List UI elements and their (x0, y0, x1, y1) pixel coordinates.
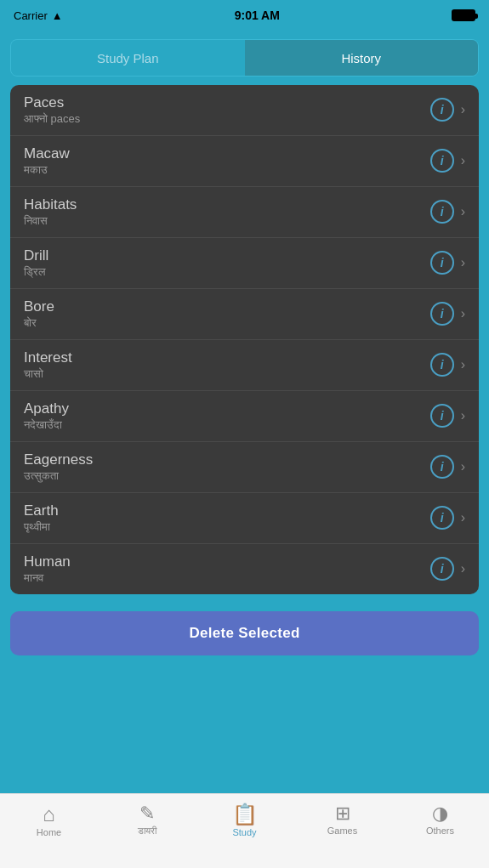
status-bar: Carrier ▲ 9:01 AM (0, 0, 489, 31)
chevron-right-icon: › (461, 561, 465, 576)
chevron-right-icon: › (461, 459, 465, 474)
info-button[interactable]: i (430, 149, 454, 173)
tab-games-label: Games (327, 825, 357, 836)
wifi-icon: ▲ (52, 9, 63, 22)
item-subtitle: निवास (24, 214, 77, 229)
chevron-right-icon: › (461, 153, 465, 168)
item-title: Habitats (24, 196, 77, 214)
item-subtitle: ड्रिल (24, 265, 48, 280)
tab-study[interactable]: 📋 Study (196, 801, 293, 837)
tab-diary-label: डायरी (138, 825, 156, 837)
item-title: Paces (24, 94, 80, 112)
info-button[interactable]: i (430, 506, 454, 530)
item-title: Earth (24, 502, 59, 520)
item-subtitle: मकाउ (24, 163, 70, 178)
info-button[interactable]: i (430, 200, 454, 224)
item-title: Drill (24, 247, 48, 265)
games-icon: ⊞ (335, 804, 350, 823)
chevron-right-icon: › (461, 408, 465, 423)
item-subtitle: मानव (24, 571, 71, 586)
item-subtitle: बोर (24, 316, 54, 331)
home-icon: ⌂ (43, 804, 55, 825)
history-tab[interactable]: History (245, 40, 479, 76)
info-button[interactable]: i (430, 251, 454, 275)
item-title: Macaw (24, 145, 70, 163)
segmented-control[interactable]: Study Plan History (10, 39, 479, 77)
chevron-right-icon: › (461, 204, 465, 219)
info-button[interactable]: i (430, 557, 454, 581)
time-label: 9:01 AM (235, 9, 280, 22)
list-item[interactable]: Human मानव i › (10, 544, 479, 594)
item-title: Bore (24, 298, 54, 316)
tab-others-label: Others (426, 825, 454, 836)
chevron-right-icon: › (461, 357, 465, 372)
battery-indicator (452, 9, 475, 21)
item-title: Eagerness (24, 451, 93, 469)
carrier-label: Carrier ▲ (14, 9, 63, 22)
item-subtitle: नदेखाउँदा (24, 418, 69, 433)
list-item[interactable]: Interest चासो i › (10, 340, 479, 391)
info-button[interactable]: i (430, 302, 454, 326)
item-subtitle: पृथ्वीमा (24, 520, 59, 535)
item-subtitle: चासो (24, 367, 72, 382)
item-subtitle: उत्सुकता (24, 469, 93, 484)
info-button[interactable]: i (430, 455, 454, 479)
item-title: Human (24, 553, 71, 571)
tab-study-label: Study (232, 827, 256, 837)
info-button[interactable]: i (430, 353, 454, 377)
others-icon: ◑ (432, 804, 448, 823)
delete-selected-button[interactable]: Delete Selected (10, 611, 479, 655)
study-plan-tab[interactable]: Study Plan (11, 40, 245, 76)
item-subtitle: आफ्नो paces (24, 112, 80, 127)
info-button[interactable]: i (430, 98, 454, 122)
list-item[interactable]: Apathy नदेखाउँदा i › (10, 391, 479, 442)
chevron-right-icon: › (461, 255, 465, 270)
tab-bar: ⌂ Home ✎ डायरी 📋 Study ⊞ Games ◑ Others (0, 793, 489, 868)
tab-games[interactable]: ⊞ Games (293, 801, 391, 836)
diary-icon: ✎ (139, 804, 155, 823)
info-button[interactable]: i (430, 404, 454, 428)
tab-others[interactable]: ◑ Others (391, 801, 489, 836)
tab-home-label: Home (37, 827, 61, 837)
word-list: Paces आफ्नो paces i › Macaw मकाउ i › Hab… (10, 85, 479, 594)
list-item[interactable]: Eagerness उत्सुकता i › (10, 442, 479, 493)
tab-diary[interactable]: ✎ डायरी (98, 801, 196, 837)
list-item[interactable]: Drill ड्रिल i › (10, 238, 479, 289)
list-item[interactable]: Macaw मकाउ i › (10, 136, 479, 187)
item-title: Apathy (24, 400, 69, 418)
battery-icon (452, 9, 475, 21)
item-title: Interest (24, 349, 72, 367)
list-item[interactable]: Bore बोर i › (10, 289, 479, 340)
chevron-right-icon: › (461, 510, 465, 525)
list-item[interactable]: Paces आफ्नो paces i › (10, 85, 479, 136)
tab-home[interactable]: ⌂ Home (0, 801, 98, 837)
list-item[interactable]: Earth पृथ्वीमा i › (10, 493, 479, 544)
chevron-right-icon: › (461, 306, 465, 321)
list-item[interactable]: Habitats निवास i › (10, 187, 479, 238)
delete-button-container: Delete Selected (10, 611, 479, 655)
chevron-right-icon: › (461, 102, 465, 117)
study-icon: 📋 (232, 804, 258, 825)
